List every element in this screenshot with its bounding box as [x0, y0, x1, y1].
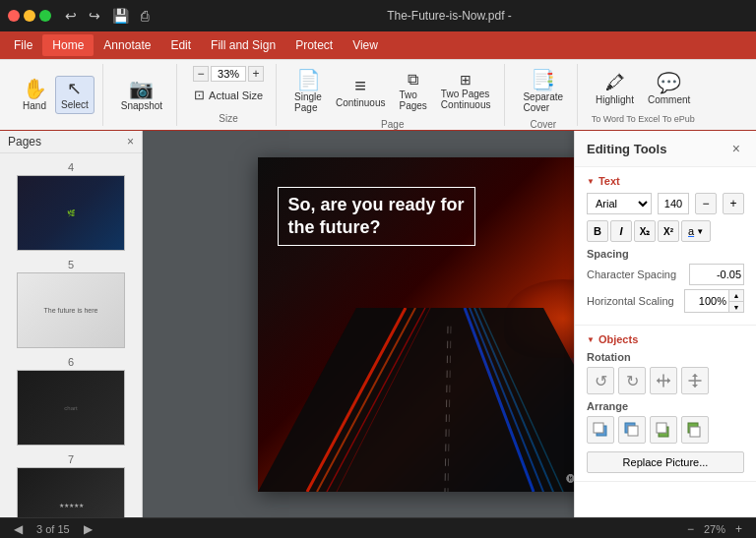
thumb-img-4: 🌿 [17, 175, 125, 251]
doc-wrapper: So, are you ready for the future? 🅜 mobi… [143, 131, 756, 517]
ribbon-group-snapshot: 📷 Snapshot [107, 64, 177, 126]
superscript-btn[interactable]: X² [658, 220, 679, 242]
h-scale-down-btn[interactable]: ▼ [729, 301, 743, 312]
main-area: Pages × 4 🌿 5 The future is here 6 [0, 131, 756, 517]
underline-dropdown-icon: ▼ [696, 227, 704, 236]
svg-rect-18 [628, 426, 638, 436]
separate-cover-btn[interactable]: 📑 SeparateCover [517, 66, 569, 117]
doc-text-line2: the future? [288, 216, 465, 239]
menu-item-edit[interactable]: Edit [160, 34, 201, 56]
two-pages-cont-icon: ⊞ [460, 73, 472, 87]
status-bar: ◀ 3 of 15 ▶ − 27% + [0, 517, 756, 538]
page-thumb-5[interactable]: 5 The future is here [17, 259, 125, 348]
et-spacing-section: Spacing Character Spacing Horizontal Sca… [587, 248, 744, 313]
subscript-btn[interactable]: X₂ [634, 220, 656, 242]
redo-icon[interactable]: ↪ [87, 6, 102, 26]
flip-v-btn[interactable] [681, 367, 709, 394]
char-spacing-row: Character Spacing [587, 264, 744, 285]
bring-forward-btn[interactable] [650, 416, 677, 444]
page-thumb-6[interactable]: 6 chart [17, 356, 125, 446]
snapshot-btn[interactable]: 📷 Snapshot [115, 75, 168, 115]
h-scale-up-btn[interactable]: ▲ [729, 290, 743, 301]
close-window-btn[interactable] [8, 10, 20, 22]
replace-picture-btn[interactable]: Replace Picture... [587, 451, 744, 473]
size-group-label: Size [219, 111, 237, 124]
nav-next-btn[interactable]: ▶ [82, 522, 94, 536]
objects-collapse-icon: ▼ [587, 335, 595, 344]
share-icon[interactable]: ⎙ [139, 6, 151, 26]
font-size-input[interactable] [658, 193, 689, 214]
bold-btn[interactable]: B [587, 220, 608, 242]
et-arrange-section: Arrange [587, 400, 744, 444]
zoom-out-ribbon-btn[interactable]: − [193, 66, 209, 82]
select-tool-btn[interactable]: ↖ Select [55, 76, 94, 114]
et-header: Editing Tools × [575, 131, 756, 167]
zoom-in-status-btn[interactable]: + [733, 522, 744, 536]
font-size-inc-btn[interactable]: + [723, 193, 744, 214]
cover-group-label: Cover [530, 117, 556, 130]
zoom-in-ribbon-btn[interactable]: + [248, 66, 264, 82]
undo-icon[interactable]: ↩ [63, 6, 79, 26]
separate-cover-icon: 📑 [531, 70, 555, 90]
two-pages-btn[interactable]: ⧉ TwoPages [394, 68, 433, 115]
italic-btn[interactable]: I [610, 220, 632, 242]
ribbon-group-size: − + ⊡ Actual Size Size [181, 64, 277, 126]
doc-area: So, are you ready for the future? 🅜 mobi… [143, 131, 756, 517]
et-text-section: ▼ Text Arial − + B [575, 167, 756, 326]
hand-icon: ✋ [23, 79, 47, 98]
cover-buttons: 📑 SeparateCover [517, 66, 569, 117]
flip-h-btn[interactable] [650, 367, 677, 394]
menu-item-home[interactable]: Home [42, 34, 94, 56]
zoom-out-status-btn[interactable]: − [685, 522, 696, 536]
rotate-ccw-btn[interactable]: ↺ [587, 367, 614, 394]
flip-v-icon [687, 373, 703, 389]
menu-item-protect[interactable]: Protect [285, 34, 343, 56]
zoom-control: − + [193, 66, 264, 82]
actual-size-btn[interactable]: ⊡ Actual Size [189, 85, 268, 105]
rotate-cw-btn[interactable]: ↻ [618, 367, 646, 394]
pages-panel-close[interactable]: × [127, 135, 134, 149]
menu-item-view[interactable]: View [343, 34, 388, 56]
page-thumb-4[interactable]: 4 🌿 [17, 161, 125, 251]
h-scale-input[interactable] [685, 290, 728, 312]
svg-marker-13 [692, 374, 698, 377]
nav-prev-btn[interactable]: ◀ [12, 522, 25, 536]
underline-icon: a [688, 225, 694, 237]
font-size-dec-btn[interactable]: − [695, 193, 717, 214]
comment-icon: 💬 [657, 73, 681, 92]
page-thumb-7[interactable]: 7 ★★★★★ [17, 453, 125, 517]
menu-bar: File Home Annotate Edit Fill and Sign Pr… [0, 31, 756, 59]
hand-tool-btn[interactable]: ✋ Hand [16, 75, 53, 115]
continuous-btn[interactable]: ≡ Continuous [330, 72, 392, 112]
menu-item-file[interactable]: File [4, 34, 42, 56]
pages-panel: Pages × 4 🌿 5 The future is here 6 [0, 131, 143, 517]
two-pages-cont-btn[interactable]: ⊞ Two PagesContinuous [435, 69, 497, 114]
et-objects-header[interactable]: ▼ Objects [587, 333, 744, 345]
et-title: Editing Tools [587, 142, 666, 156]
bring-to-front-btn[interactable] [587, 416, 614, 444]
minimize-window-btn[interactable] [24, 10, 35, 22]
bring-front-icon [592, 421, 609, 439]
highlight-btn[interactable]: 🖍 Highlight [590, 69, 640, 109]
underline-color-btn[interactable]: a ▼ [681, 220, 711, 242]
char-spacing-input[interactable] [689, 264, 744, 285]
et-font-row: Arial − + [587, 193, 744, 214]
h-scale-label: Horizontal Scaling [587, 295, 674, 307]
font-name-select[interactable]: Arial [587, 193, 652, 214]
page-buttons: 📄 SinglePage ≡ Continuous ⧉ TwoPages ⊞ T… [288, 66, 496, 117]
send-to-back-btn[interactable] [618, 416, 646, 444]
single-page-btn[interactable]: 📄 SinglePage [288, 66, 328, 117]
rotation-buttons-row: ↺ ↻ [587, 367, 744, 394]
comment-btn[interactable]: 💬 Comment [642, 69, 696, 109]
send-backward-btn[interactable] [681, 416, 709, 444]
svg-rect-20 [657, 423, 666, 433]
svg-marker-12 [667, 378, 670, 384]
save-icon[interactable]: 💾 [110, 6, 131, 26]
et-text-header[interactable]: ▼ Text [587, 175, 744, 187]
et-close-btn[interactable]: × [728, 139, 744, 158]
ribbon-group-page: 📄 SinglePage ≡ Continuous ⧉ TwoPages ⊞ T… [281, 64, 505, 126]
menu-item-annotate[interactable]: Annotate [94, 34, 160, 56]
maximize-window-btn[interactable] [39, 10, 51, 22]
menu-item-fill-sign[interactable]: Fill and Sign [201, 34, 285, 56]
zoom-input[interactable] [211, 66, 246, 82]
